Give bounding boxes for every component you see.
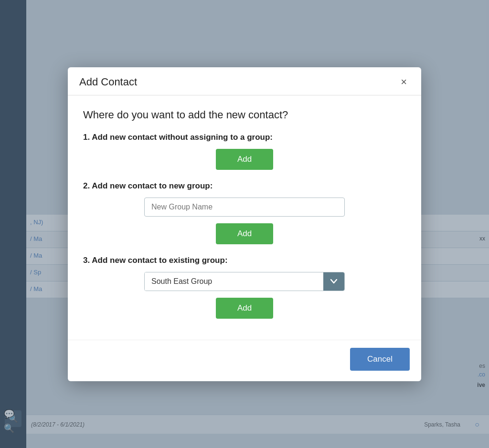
modal-overlay: Add Contact × Where do you want to add t… [0,0,489,448]
section-2: 2. Add new contact to new group: Add [83,181,406,244]
group-select-wrapper[interactable]: South East Group [144,272,345,291]
modal-dialog: Add Contact × Where do you want to add t… [68,67,421,381]
modal-title: Add Contact [79,76,137,88]
section-3-label: 3. Add new contact to existing group: [83,256,406,265]
add-existing-group-button[interactable]: Add [216,298,273,319]
question-text: Where do you want to add the new contact… [83,109,406,121]
section-3-content: South East Group Add [83,272,406,319]
section-2-label: 2. Add new contact to new group: [83,181,406,191]
section-3: 3. Add new contact to existing group: So… [83,256,406,319]
add-new-group-button[interactable]: Add [216,223,273,244]
section-1-label: 1. Add new contact without assigning to … [83,133,406,142]
section-1-content: Add [83,149,406,170]
modal-footer: Cancel [68,340,421,381]
add-no-group-button[interactable]: Add [216,149,273,170]
group-select-arrow[interactable] [323,272,344,291]
section-1: 1. Add new contact without assigning to … [83,133,406,170]
close-button[interactable]: × [398,76,410,88]
section-2-content: Add [83,198,406,244]
modal-header: Add Contact × [68,67,421,95]
modal-body: Where do you want to add the new contact… [68,95,421,340]
chevron-down-icon [330,279,337,284]
new-group-name-input[interactable] [144,198,345,217]
group-select-display: South East Group [145,272,323,291]
cancel-button[interactable]: Cancel [350,348,410,371]
